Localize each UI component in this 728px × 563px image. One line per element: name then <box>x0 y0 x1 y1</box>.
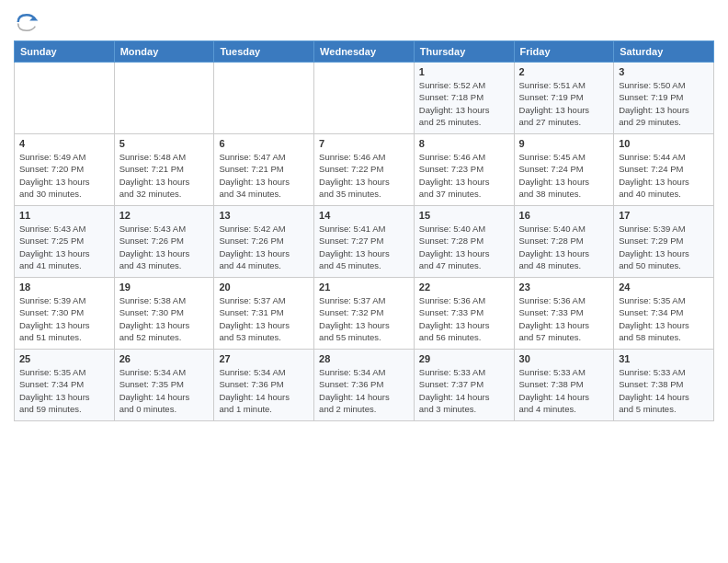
cell-content: Sunrise: 5:33 AM Sunset: 7:38 PM Dayligh… <box>519 366 609 415</box>
day-number: 18 <box>19 282 109 293</box>
calendar-cell <box>314 63 415 134</box>
calendar-week-4: 25Sunrise: 5:35 AM Sunset: 7:34 PM Dayli… <box>15 350 714 421</box>
cell-content: Sunrise: 5:37 AM Sunset: 7:32 PM Dayligh… <box>319 294 409 343</box>
cell-content: Sunrise: 5:52 AM Sunset: 7:18 PM Dayligh… <box>419 79 509 128</box>
day-number: 26 <box>119 353 210 364</box>
day-number: 1 <box>419 66 509 77</box>
calendar-cell: 13Sunrise: 5:42 AM Sunset: 7:26 PM Dayli… <box>214 206 314 278</box>
calendar-cell: 3Sunrise: 5:50 AM Sunset: 7:19 PM Daylig… <box>614 63 714 134</box>
day-number: 24 <box>619 282 709 293</box>
calendar-week-1: 4Sunrise: 5:49 AM Sunset: 7:20 PM Daylig… <box>15 134 714 206</box>
day-number: 4 <box>19 138 109 149</box>
day-number: 15 <box>419 210 509 221</box>
day-number: 11 <box>19 210 109 221</box>
calendar-cell: 25Sunrise: 5:35 AM Sunset: 7:34 PM Dayli… <box>15 350 115 421</box>
cell-content: Sunrise: 5:33 AM Sunset: 7:37 PM Dayligh… <box>419 366 509 415</box>
cell-content: Sunrise: 5:36 AM Sunset: 7:33 PM Dayligh… <box>419 294 509 343</box>
day-number: 28 <box>319 353 409 364</box>
calendar-cell: 21Sunrise: 5:37 AM Sunset: 7:32 PM Dayli… <box>314 278 415 350</box>
cell-content: Sunrise: 5:34 AM Sunset: 7:36 PM Dayligh… <box>219 366 309 415</box>
cell-content: Sunrise: 5:51 AM Sunset: 7:19 PM Dayligh… <box>519 79 609 128</box>
day-number: 31 <box>619 353 709 364</box>
day-number: 17 <box>619 210 709 221</box>
calendar-cell: 24Sunrise: 5:35 AM Sunset: 7:34 PM Dayli… <box>614 278 714 350</box>
calendar-cell: 11Sunrise: 5:43 AM Sunset: 7:25 PM Dayli… <box>15 206 115 278</box>
cell-content: Sunrise: 5:40 AM Sunset: 7:28 PM Dayligh… <box>419 223 509 271</box>
cell-content: Sunrise: 5:44 AM Sunset: 7:24 PM Dayligh… <box>619 151 709 200</box>
calendar-cell <box>214 63 314 134</box>
calendar-week-0: 1Sunrise: 5:52 AM Sunset: 7:18 PM Daylig… <box>15 63 714 134</box>
cell-content: Sunrise: 5:34 AM Sunset: 7:36 PM Dayligh… <box>319 366 409 415</box>
day-number: 16 <box>519 210 609 221</box>
day-number: 14 <box>319 210 409 221</box>
logo <box>14 9 43 35</box>
calendar-cell <box>114 63 214 134</box>
cell-content: Sunrise: 5:47 AM Sunset: 7:21 PM Dayligh… <box>219 151 309 200</box>
day-number: 2 <box>519 66 609 77</box>
cell-content: Sunrise: 5:33 AM Sunset: 7:38 PM Dayligh… <box>619 366 709 415</box>
calendar-cell: 17Sunrise: 5:39 AM Sunset: 7:29 PM Dayli… <box>614 206 714 278</box>
day-number: 23 <box>519 282 609 293</box>
calendar-cell: 10Sunrise: 5:44 AM Sunset: 7:24 PM Dayli… <box>614 134 714 206</box>
calendar-cell: 22Sunrise: 5:36 AM Sunset: 7:33 PM Dayli… <box>414 278 514 350</box>
day-number: 7 <box>319 138 409 149</box>
calendar-table: SundayMondayTuesdayWednesdayThursdayFrid… <box>14 40 714 421</box>
day-number: 12 <box>119 210 210 221</box>
calendar-cell: 27Sunrise: 5:34 AM Sunset: 7:36 PM Dayli… <box>214 350 314 421</box>
calendar-cell: 23Sunrise: 5:36 AM Sunset: 7:33 PM Dayli… <box>514 278 614 350</box>
day-number: 22 <box>419 282 509 293</box>
column-header-thursday: Thursday <box>414 41 514 63</box>
calendar-cell: 2Sunrise: 5:51 AM Sunset: 7:19 PM Daylig… <box>514 63 614 134</box>
calendar-cell: 12Sunrise: 5:43 AM Sunset: 7:26 PM Dayli… <box>114 206 214 278</box>
cell-content: Sunrise: 5:42 AM Sunset: 7:26 PM Dayligh… <box>219 223 309 271</box>
day-number: 27 <box>219 353 309 364</box>
calendar-cell: 15Sunrise: 5:40 AM Sunset: 7:28 PM Dayli… <box>414 206 514 278</box>
calendar-cell: 30Sunrise: 5:33 AM Sunset: 7:38 PM Dayli… <box>514 350 614 421</box>
cell-content: Sunrise: 5:34 AM Sunset: 7:35 PM Dayligh… <box>119 366 210 415</box>
calendar-cell: 14Sunrise: 5:41 AM Sunset: 7:27 PM Dayli… <box>314 206 415 278</box>
calendar-cell: 16Sunrise: 5:40 AM Sunset: 7:28 PM Dayli… <box>514 206 614 278</box>
cell-content: Sunrise: 5:43 AM Sunset: 7:26 PM Dayligh… <box>119 223 210 271</box>
calendar-cell: 7Sunrise: 5:46 AM Sunset: 7:22 PM Daylig… <box>314 134 415 206</box>
column-header-saturday: Saturday <box>614 41 714 63</box>
day-number: 10 <box>619 138 709 149</box>
calendar-cell: 20Sunrise: 5:37 AM Sunset: 7:31 PM Dayli… <box>214 278 314 350</box>
day-number: 9 <box>519 138 609 149</box>
column-header-monday: Monday <box>114 41 214 63</box>
cell-content: Sunrise: 5:40 AM Sunset: 7:28 PM Dayligh… <box>519 223 609 271</box>
day-number: 5 <box>119 138 210 149</box>
calendar-cell: 19Sunrise: 5:38 AM Sunset: 7:30 PM Dayli… <box>114 278 214 350</box>
day-number: 30 <box>519 353 609 364</box>
calendar-header-row: SundayMondayTuesdayWednesdayThursdayFrid… <box>15 41 714 63</box>
day-number: 8 <box>419 138 509 149</box>
cell-content: Sunrise: 5:36 AM Sunset: 7:33 PM Dayligh… <box>519 294 609 343</box>
calendar-cell: 6Sunrise: 5:47 AM Sunset: 7:21 PM Daylig… <box>214 134 314 206</box>
day-number: 6 <box>219 138 309 149</box>
page-header <box>14 9 714 35</box>
column-header-friday: Friday <box>514 41 614 63</box>
cell-content: Sunrise: 5:48 AM Sunset: 7:21 PM Dayligh… <box>119 151 210 200</box>
day-number: 29 <box>419 353 509 364</box>
cell-content: Sunrise: 5:37 AM Sunset: 7:31 PM Dayligh… <box>219 294 309 343</box>
calendar-cell: 28Sunrise: 5:34 AM Sunset: 7:36 PM Dayli… <box>314 350 415 421</box>
column-header-sunday: Sunday <box>15 41 115 63</box>
calendar-cell: 31Sunrise: 5:33 AM Sunset: 7:38 PM Dayli… <box>614 350 714 421</box>
cell-content: Sunrise: 5:43 AM Sunset: 7:25 PM Dayligh… <box>19 223 109 271</box>
cell-content: Sunrise: 5:46 AM Sunset: 7:22 PM Dayligh… <box>319 151 409 200</box>
calendar-week-3: 18Sunrise: 5:39 AM Sunset: 7:30 PM Dayli… <box>15 278 714 350</box>
cell-content: Sunrise: 5:50 AM Sunset: 7:19 PM Dayligh… <box>619 79 709 128</box>
calendar-cell: 9Sunrise: 5:45 AM Sunset: 7:24 PM Daylig… <box>514 134 614 206</box>
calendar-cell: 4Sunrise: 5:49 AM Sunset: 7:20 PM Daylig… <box>15 134 115 206</box>
logo-icon <box>14 9 40 35</box>
calendar-cell <box>15 63 115 134</box>
calendar-cell: 5Sunrise: 5:48 AM Sunset: 7:21 PM Daylig… <box>114 134 214 206</box>
cell-content: Sunrise: 5:39 AM Sunset: 7:30 PM Dayligh… <box>19 294 109 343</box>
cell-content: Sunrise: 5:35 AM Sunset: 7:34 PM Dayligh… <box>619 294 709 343</box>
calendar-cell: 26Sunrise: 5:34 AM Sunset: 7:35 PM Dayli… <box>114 350 214 421</box>
calendar-cell: 8Sunrise: 5:46 AM Sunset: 7:23 PM Daylig… <box>414 134 514 206</box>
column-header-tuesday: Tuesday <box>214 41 314 63</box>
cell-content: Sunrise: 5:39 AM Sunset: 7:29 PM Dayligh… <box>619 223 709 271</box>
cell-content: Sunrise: 5:45 AM Sunset: 7:24 PM Dayligh… <box>519 151 609 200</box>
calendar-cell: 29Sunrise: 5:33 AM Sunset: 7:37 PM Dayli… <box>414 350 514 421</box>
cell-content: Sunrise: 5:35 AM Sunset: 7:34 PM Dayligh… <box>19 366 109 415</box>
